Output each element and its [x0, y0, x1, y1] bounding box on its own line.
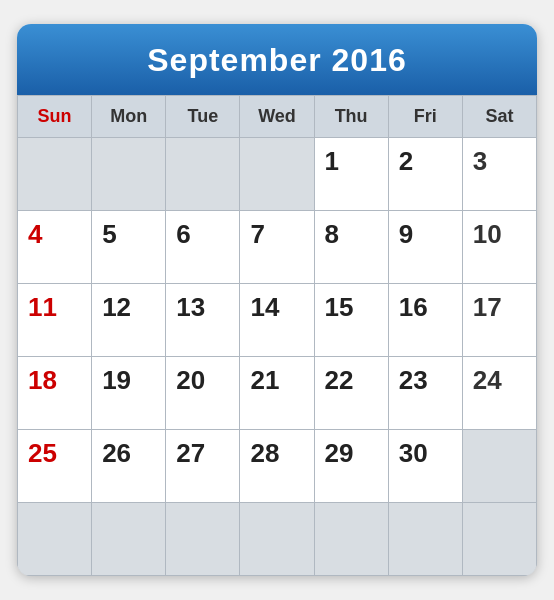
day-cell[interactable]: 1	[315, 138, 388, 210]
day-cell[interactable]: 4	[18, 211, 91, 283]
day-cell[interactable]: 20	[166, 357, 239, 429]
day-cell[interactable]	[240, 138, 313, 210]
day-cell[interactable]: 12	[92, 284, 165, 356]
day-cell[interactable]: 10	[463, 211, 536, 283]
day-header-tue: Tue	[166, 96, 239, 137]
day-header-sat: Sat	[463, 96, 536, 137]
day-cell[interactable]: 2	[389, 138, 462, 210]
day-header-wed: Wed	[240, 96, 313, 137]
day-cell[interactable]: 28	[240, 430, 313, 502]
day-cell[interactable]	[389, 503, 462, 575]
day-header-fri: Fri	[389, 96, 462, 137]
calendar-header: September 2016	[17, 24, 537, 95]
day-cell[interactable]: 9	[389, 211, 462, 283]
calendar-grid: SunMonTueWedThuFriSat1234567891011121314…	[17, 95, 537, 576]
day-cell[interactable]: 16	[389, 284, 462, 356]
day-cell[interactable]	[18, 138, 91, 210]
day-cell[interactable]: 19	[92, 357, 165, 429]
day-cell[interactable]: 23	[389, 357, 462, 429]
day-header-thu: Thu	[315, 96, 388, 137]
day-cell[interactable]: 27	[166, 430, 239, 502]
day-cell[interactable]: 18	[18, 357, 91, 429]
day-cell[interactable]: 26	[92, 430, 165, 502]
day-cell[interactable]: 7	[240, 211, 313, 283]
calendar-title: September 2016	[147, 42, 406, 78]
day-cell[interactable]	[92, 503, 165, 575]
day-cell[interactable]: 6	[166, 211, 239, 283]
day-cell[interactable]: 29	[315, 430, 388, 502]
day-cell[interactable]: 3	[463, 138, 536, 210]
day-header-sun: Sun	[18, 96, 91, 137]
day-cell[interactable]	[315, 503, 388, 575]
day-cell[interactable]	[240, 503, 313, 575]
day-cell[interactable]: 5	[92, 211, 165, 283]
day-cell[interactable]: 14	[240, 284, 313, 356]
day-cell[interactable]	[18, 503, 91, 575]
day-cell[interactable]	[463, 503, 536, 575]
day-cell[interactable]	[92, 138, 165, 210]
day-cell[interactable]: 24	[463, 357, 536, 429]
day-cell[interactable]: 21	[240, 357, 313, 429]
day-cell[interactable]	[463, 430, 536, 502]
day-cell[interactable]: 13	[166, 284, 239, 356]
day-cell[interactable]	[166, 138, 239, 210]
day-cell[interactable]	[166, 503, 239, 575]
day-cell[interactable]: 8	[315, 211, 388, 283]
day-cell[interactable]: 11	[18, 284, 91, 356]
day-cell[interactable]: 22	[315, 357, 388, 429]
day-cell[interactable]: 25	[18, 430, 91, 502]
day-cell[interactable]: 17	[463, 284, 536, 356]
day-cell[interactable]: 15	[315, 284, 388, 356]
day-cell[interactable]: 30	[389, 430, 462, 502]
day-header-mon: Mon	[92, 96, 165, 137]
calendar: September 2016 SunMonTueWedThuFriSat1234…	[17, 24, 537, 576]
